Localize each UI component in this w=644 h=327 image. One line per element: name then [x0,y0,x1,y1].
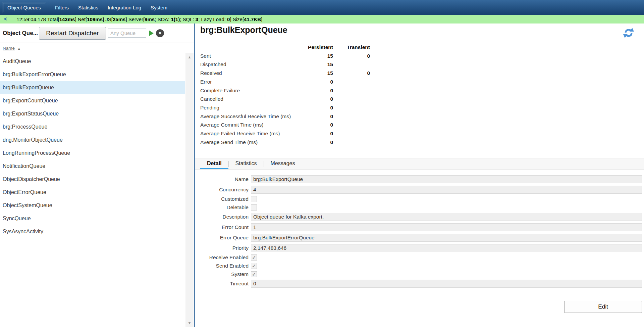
tab-detail[interactable]: Detail [200,159,228,169]
description-field[interactable] [251,213,642,221]
edit-button[interactable]: Edit [564,301,642,313]
status-lazy-load-count: 0 [227,16,230,22]
stat-persistent-value: 0 [308,103,333,112]
top-navbar: Object Queues Filters Statistics Integra… [0,0,644,15]
detail-tabstrip: Detail Statistics Messages [195,158,644,170]
vertical-scrollbar[interactable]: ▲ ▼ [185,53,194,327]
stat-persistent-value: 0 [308,86,333,95]
stat-transient-value [333,60,370,69]
queue-list-panel: Object Que... Restart Dispatcher ✕ Name … [0,24,194,327]
refresh-icon[interactable] [623,27,635,39]
stat-label: Error [200,78,308,86]
tab-statistics[interactable]: Statistics [73,2,103,13]
field-label-description: Description [198,214,249,220]
status-soa-count: 1(1) [171,16,180,22]
stat-transient-value [333,121,370,129]
tab-integration-log[interactable]: Integration Log [103,2,146,13]
checkmark-icon: ✓ [252,264,256,268]
queue-list-item[interactable]: ObjectSystemQueue [0,199,185,212]
tab-messages[interactable]: Messages [264,159,302,169]
field-label-send-enabled: Send Enabled [198,263,249,269]
queue-detail-form: Name Concurrency Customized Deletable De… [198,175,642,288]
stat-label: Pending [200,103,308,112]
queue-list-item[interactable]: LongRunningProcessQueue [0,146,185,159]
queue-list-item-selected[interactable]: brg:BulkExportQueue [0,81,185,94]
sort-by-name-link[interactable]: Name [3,46,15,51]
queue-list-item[interactable]: ObjectDispatcherQueue [0,173,185,186]
queue-list-item[interactable]: brg:BulkExportErrorQueue [0,68,185,81]
field-label-concurrency: Concurrency [198,187,249,193]
stat-label: Sent [200,52,308,60]
queue-statistics-table: Persistent Transient Sent 15 0 Dispatche… [200,43,370,146]
stat-transient-value [333,103,370,112]
status-text: 12:59:04.178 Total[ [16,16,59,22]
queue-list-item[interactable]: SyncQueue [0,212,185,225]
customized-checkbox[interactable] [251,196,257,202]
status-text: ] [261,16,262,22]
queue-search-input[interactable] [108,29,146,38]
stat-label: Received [200,69,308,78]
checkmark-icon: ✓ [252,272,256,277]
col-header-transient: Transient [333,43,370,52]
field-label-priority: Priority [198,245,249,251]
queue-list-item[interactable]: dng:MonitorObjectQueue [0,133,185,146]
page-title: brg:BulkExportQueue [200,25,287,35]
stat-persistent-value: 15 [308,52,333,60]
error-queue-field[interactable] [251,234,642,242]
status-text: ; SOA: [155,16,171,22]
status-text: ; SQL: [180,16,196,22]
field-label-receive-enabled: Receive Enabled [198,254,249,261]
send-enabled-checkbox[interactable]: ✓ [251,263,257,269]
run-filter-icon[interactable] [149,31,154,36]
queue-list-item[interactable]: brg:ExportCountQueue [0,94,185,107]
queue-list-item[interactable]: SysAsyncActivity [0,225,185,238]
tab-filters[interactable]: Filters [50,2,73,13]
stat-label: Average Successful Receive Time (ms) [200,112,308,121]
stat-persistent-value: 0 [308,138,333,147]
concurrency-field[interactable] [251,186,642,194]
field-label-deletable: Deletable [198,204,249,211]
field-label-error-queue: Error Queue [198,235,249,241]
priority-field[interactable] [251,244,642,252]
stat-persistent-value: 15 [308,60,333,69]
stat-transient-value [333,86,370,95]
queue-list-item[interactable]: ObjectErrorQueue [0,186,185,199]
status-text: ] Net[ [75,16,87,22]
scroll-down-icon[interactable]: ▼ [185,321,194,325]
close-icon: ✕ [158,31,162,36]
error-count-field[interactable] [251,223,642,231]
field-label-system: System [198,271,249,277]
tab-statistics-detail[interactable]: Statistics [229,159,264,169]
stat-transient-value [333,138,370,147]
receive-enabled-checkbox[interactable]: ✓ [251,254,257,261]
name-field[interactable] [251,175,642,183]
system-checkbox[interactable]: ✓ [251,271,257,277]
timeout-field[interactable] [251,280,642,288]
sort-ascending-icon: ▲ [17,47,21,50]
status-server-ms: 9ms [145,16,155,22]
queue-list-item[interactable]: brg:ProcessQueue [0,120,185,133]
queue-list-item[interactable]: brg:ExportStatusQueue [0,107,185,120]
restart-dispatcher-button[interactable]: Restart Dispatcher [39,27,106,40]
stat-transient-value [333,129,370,138]
tab-system[interactable]: System [146,2,172,13]
status-text: ] Size[ [230,16,244,22]
field-label-name: Name [198,176,249,182]
clear-filter-icon[interactable]: ✕ [156,29,164,37]
status-net-ms: 109ms [87,16,103,22]
stat-transient-value: 0 [333,69,370,78]
tab-object-queues[interactable]: Object Queues [2,2,46,13]
status-total-ms: 143ms [59,16,75,22]
status-sql-count: 3 [196,16,198,22]
stat-transient-value: 0 [333,52,370,60]
tab-object-queues-label: Object Queues [3,3,45,12]
queue-list-item[interactable]: AuditQueue [0,55,185,68]
back-arrow-icon[interactable]: < [4,16,7,22]
queue-list-item[interactable]: NotificationQueue [0,159,185,173]
scroll-up-icon[interactable]: ▲ [185,55,194,59]
queue-list: AuditQueue brg:BulkExportErrorQueue brg:… [0,55,185,238]
stat-transient-value [333,95,370,103]
stat-transient-value [333,78,370,86]
status-size: 41.7KB [244,16,261,22]
deletable-checkbox[interactable] [251,204,257,211]
